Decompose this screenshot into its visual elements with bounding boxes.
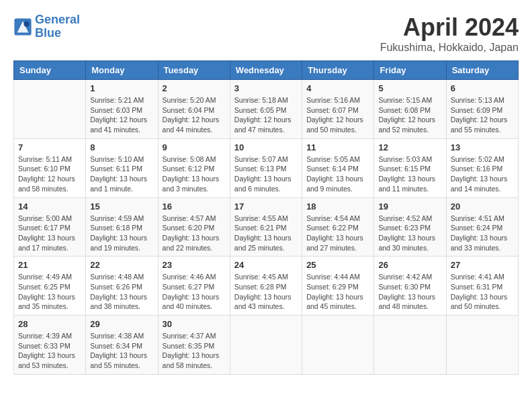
day-number: 16 bbox=[163, 201, 226, 212]
header-day-wednesday: Wednesday bbox=[230, 61, 302, 80]
day-info: Sunrise: 4:55 AMSunset: 6:21 PMDaylight:… bbox=[234, 214, 298, 253]
calendar-cell: 22Sunrise: 4:48 AMSunset: 6:26 PMDayligh… bbox=[86, 257, 158, 316]
day-info: Sunrise: 4:59 AMSunset: 6:18 PMDaylight:… bbox=[90, 214, 153, 253]
day-number: 12 bbox=[378, 142, 441, 152]
week-row-2: 7Sunrise: 5:11 AMSunset: 6:10 PMDaylight… bbox=[14, 138, 519, 197]
day-number: 19 bbox=[378, 201, 441, 212]
page-header: General Blue April 2024 Fukushima, Hokka… bbox=[13, 13, 519, 54]
day-info: Sunrise: 4:45 AMSunset: 6:28 PMDaylight:… bbox=[234, 272, 298, 312]
calendar-cell: 29Sunrise: 4:38 AMSunset: 6:34 PMDayligh… bbox=[86, 316, 158, 375]
main-title: April 2024 bbox=[380, 13, 519, 42]
calendar-body: 1Sunrise: 5:21 AMSunset: 6:03 PMDaylight… bbox=[14, 80, 519, 375]
day-number: 4 bbox=[306, 83, 369, 93]
header-day-saturday: Saturday bbox=[446, 61, 518, 80]
calendar-cell: 17Sunrise: 4:55 AMSunset: 6:21 PMDayligh… bbox=[230, 197, 302, 257]
day-number: 28 bbox=[18, 319, 81, 329]
calendar-cell: 8Sunrise: 5:10 AMSunset: 6:11 PMDaylight… bbox=[86, 138, 158, 197]
day-number: 2 bbox=[163, 83, 226, 93]
day-number: 17 bbox=[234, 201, 298, 212]
calendar-cell: 24Sunrise: 4:45 AMSunset: 6:28 PMDayligh… bbox=[230, 257, 302, 316]
day-number: 9 bbox=[163, 142, 226, 152]
day-info: Sunrise: 4:51 AMSunset: 6:24 PMDaylight:… bbox=[451, 214, 514, 253]
calendar-cell: 20Sunrise: 4:51 AMSunset: 6:24 PMDayligh… bbox=[446, 197, 518, 257]
calendar-cell bbox=[374, 316, 446, 375]
calendar-cell: 11Sunrise: 5:05 AMSunset: 6:14 PMDayligh… bbox=[302, 138, 374, 197]
day-info: Sunrise: 5:03 AMSunset: 6:15 PMDaylight:… bbox=[378, 154, 441, 194]
header-day-thursday: Thursday bbox=[302, 61, 374, 80]
day-number: 14 bbox=[18, 201, 81, 212]
calendar-cell: 28Sunrise: 4:39 AMSunset: 6:33 PMDayligh… bbox=[14, 316, 86, 375]
calendar-cell: 12Sunrise: 5:03 AMSunset: 6:15 PMDayligh… bbox=[374, 138, 446, 197]
day-info: Sunrise: 5:16 AMSunset: 6:07 PMDaylight:… bbox=[306, 95, 369, 135]
week-row-4: 21Sunrise: 4:49 AMSunset: 6:25 PMDayligh… bbox=[14, 257, 519, 316]
day-info: Sunrise: 4:52 AMSunset: 6:23 PMDaylight:… bbox=[378, 214, 441, 253]
header-day-monday: Monday bbox=[86, 61, 158, 80]
calendar-cell: 2Sunrise: 5:20 AMSunset: 6:04 PMDaylight… bbox=[158, 80, 230, 139]
calendar-cell: 19Sunrise: 4:52 AMSunset: 6:23 PMDayligh… bbox=[374, 197, 446, 257]
calendar-cell: 27Sunrise: 4:41 AMSunset: 6:31 PMDayligh… bbox=[446, 257, 518, 316]
calendar-cell: 26Sunrise: 4:42 AMSunset: 6:30 PMDayligh… bbox=[374, 257, 446, 316]
day-number: 11 bbox=[306, 142, 369, 152]
day-number: 21 bbox=[18, 260, 81, 270]
day-number: 24 bbox=[234, 260, 298, 270]
header-day-tuesday: Tuesday bbox=[158, 61, 230, 80]
calendar-header-row: SundayMondayTuesdayWednesdayThursdayFrid… bbox=[14, 61, 519, 80]
day-info: Sunrise: 4:38 AMSunset: 6:34 PMDaylight:… bbox=[90, 331, 153, 371]
day-info: Sunrise: 5:13 AMSunset: 6:09 PMDaylight:… bbox=[451, 95, 514, 135]
day-number: 5 bbox=[378, 83, 441, 93]
calendar-cell: 23Sunrise: 4:46 AMSunset: 6:27 PMDayligh… bbox=[158, 257, 230, 316]
header-day-friday: Friday bbox=[374, 61, 446, 80]
day-info: Sunrise: 5:18 AMSunset: 6:05 PMDaylight:… bbox=[234, 95, 298, 135]
logo-icon bbox=[13, 17, 32, 36]
day-info: Sunrise: 5:11 AMSunset: 6:10 PMDaylight:… bbox=[18, 154, 81, 194]
logo: General Blue bbox=[13, 13, 80, 40]
day-number: 29 bbox=[90, 319, 153, 329]
calendar-cell: 15Sunrise: 4:59 AMSunset: 6:18 PMDayligh… bbox=[86, 197, 158, 257]
calendar-cell: 13Sunrise: 5:02 AMSunset: 6:16 PMDayligh… bbox=[446, 138, 518, 197]
header-day-sunday: Sunday bbox=[14, 61, 86, 80]
calendar-cell bbox=[446, 316, 518, 375]
subtitle: Fukushima, Hokkaido, Japan bbox=[380, 42, 519, 54]
day-number: 25 bbox=[306, 260, 369, 270]
week-row-1: 1Sunrise: 5:21 AMSunset: 6:03 PMDaylight… bbox=[14, 80, 519, 139]
day-info: Sunrise: 5:00 AMSunset: 6:17 PMDaylight:… bbox=[18, 214, 81, 253]
day-info: Sunrise: 5:10 AMSunset: 6:11 PMDaylight:… bbox=[90, 154, 153, 194]
week-row-5: 28Sunrise: 4:39 AMSunset: 6:33 PMDayligh… bbox=[14, 316, 519, 375]
day-number: 20 bbox=[451, 201, 514, 212]
day-number: 22 bbox=[90, 260, 153, 270]
day-info: Sunrise: 4:49 AMSunset: 6:25 PMDaylight:… bbox=[18, 272, 81, 312]
calendar-cell: 9Sunrise: 5:08 AMSunset: 6:12 PMDaylight… bbox=[158, 138, 230, 197]
calendar-cell bbox=[230, 316, 302, 375]
logo-line1: General bbox=[35, 13, 80, 26]
day-info: Sunrise: 5:07 AMSunset: 6:13 PMDaylight:… bbox=[234, 154, 298, 194]
day-info: Sunrise: 4:42 AMSunset: 6:30 PMDaylight:… bbox=[378, 272, 441, 312]
day-number: 13 bbox=[451, 142, 514, 152]
day-number: 1 bbox=[90, 83, 153, 93]
day-number: 27 bbox=[451, 260, 514, 270]
calendar-cell: 25Sunrise: 4:44 AMSunset: 6:29 PMDayligh… bbox=[302, 257, 374, 316]
day-info: Sunrise: 5:08 AMSunset: 6:12 PMDaylight:… bbox=[163, 154, 226, 194]
calendar-cell: 5Sunrise: 5:15 AMSunset: 6:08 PMDaylight… bbox=[374, 80, 446, 139]
day-info: Sunrise: 5:05 AMSunset: 6:14 PMDaylight:… bbox=[306, 154, 369, 194]
day-info: Sunrise: 5:20 AMSunset: 6:04 PMDaylight:… bbox=[163, 95, 226, 135]
day-number: 7 bbox=[18, 142, 81, 152]
day-number: 6 bbox=[451, 83, 514, 93]
day-number: 18 bbox=[306, 201, 369, 212]
day-number: 10 bbox=[234, 142, 298, 152]
title-block: April 2024 Fukushima, Hokkaido, Japan bbox=[380, 13, 519, 54]
day-info: Sunrise: 4:57 AMSunset: 6:20 PMDaylight:… bbox=[163, 214, 226, 253]
calendar-cell: 3Sunrise: 5:18 AMSunset: 6:05 PMDaylight… bbox=[230, 80, 302, 139]
day-number: 8 bbox=[90, 142, 153, 152]
day-number: 3 bbox=[234, 83, 298, 93]
day-info: Sunrise: 5:15 AMSunset: 6:08 PMDaylight:… bbox=[378, 95, 441, 135]
day-info: Sunrise: 4:39 AMSunset: 6:33 PMDaylight:… bbox=[18, 331, 81, 371]
day-info: Sunrise: 5:21 AMSunset: 6:03 PMDaylight:… bbox=[90, 95, 153, 135]
calendar-cell bbox=[302, 316, 374, 375]
day-info: Sunrise: 4:41 AMSunset: 6:31 PMDaylight:… bbox=[451, 272, 514, 312]
calendar-cell: 6Sunrise: 5:13 AMSunset: 6:09 PMDaylight… bbox=[446, 80, 518, 139]
calendar-cell: 10Sunrise: 5:07 AMSunset: 6:13 PMDayligh… bbox=[230, 138, 302, 197]
calendar-table: SundayMondayTuesdayWednesdayThursdayFrid… bbox=[13, 60, 519, 375]
week-row-3: 14Sunrise: 5:00 AMSunset: 6:17 PMDayligh… bbox=[14, 197, 519, 257]
calendar-cell: 16Sunrise: 4:57 AMSunset: 6:20 PMDayligh… bbox=[158, 197, 230, 257]
day-number: 26 bbox=[378, 260, 441, 270]
